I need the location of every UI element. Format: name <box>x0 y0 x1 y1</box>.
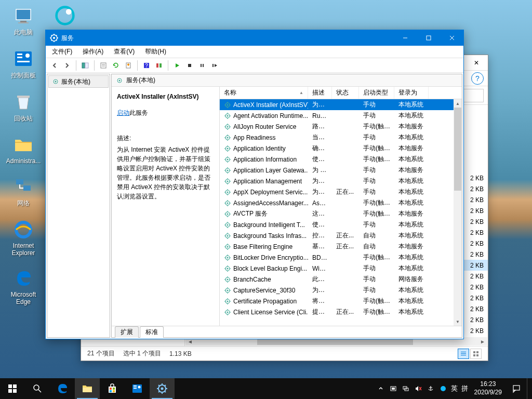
service-row[interactable]: App Readiness当用...手动本地系统 <box>220 132 454 143</box>
file-size: 2 KB <box>463 284 484 291</box>
help-button[interactable]: ? <box>141 60 152 71</box>
taskbar-edge[interactable] <box>50 378 75 399</box>
forward-button[interactable] <box>61 60 73 71</box>
column-status[interactable]: 状态 <box>332 87 359 99</box>
properties-button[interactable] <box>98 60 109 71</box>
icons-view-button[interactable] <box>470 349 482 359</box>
details-view-button[interactable] <box>458 349 469 359</box>
service-row[interactable]: Application Identity确定...手动(触发...本地服务 <box>220 143 454 154</box>
tray-security-icon[interactable] <box>387 378 400 399</box>
service-row[interactable]: Background Intelligent T...使用...手动本地系统 <box>220 219 454 230</box>
scrollbar-track[interactable] <box>454 108 462 317</box>
desktop-icon-edge[interactable]: Microsoft Edge <box>5 268 42 305</box>
scroll-left-arrow[interactable]: ◄ <box>185 339 195 344</box>
desktop-icons: 此电脑 控制面板 回收站 Administra... 网络 Internet E… <box>5 5 42 305</box>
menu-file[interactable]: 文件(F) <box>50 46 74 57</box>
menu-view[interactable]: 查看(V) <box>112 46 137 57</box>
tree-panel[interactable]: 服务(本地) <box>47 74 110 338</box>
cell-desc: 控制... <box>308 231 332 240</box>
export-button[interactable] <box>123 60 134 71</box>
pause-service-button[interactable] <box>196 60 208 71</box>
desktop-icon-ie[interactable]: Internet Explorer <box>5 219 42 257</box>
close-button[interactable] <box>440 30 463 46</box>
service-row[interactable]: AllJoyn Router Service路由...手动(触发...本地服务 <box>220 121 454 132</box>
column-name[interactable]: 名称▲ <box>220 87 308 99</box>
svg-point-13 <box>66 9 72 15</box>
start-link[interactable]: 启动 <box>117 109 129 116</box>
service-row[interactable]: BranchCache此服...手动网络服务 <box>220 274 454 285</box>
tree-item-services-local[interactable]: 服务(本地) <box>48 75 109 88</box>
service-row[interactable]: CaptureService_30f30为调...手动本地系统 <box>220 285 454 296</box>
cell-startup: 手动 <box>359 111 394 120</box>
menu-help[interactable]: 帮助(H) <box>143 46 168 57</box>
service-row[interactable]: Application Management为通...手动本地系统 <box>220 176 454 187</box>
cell-startup: 自动 <box>359 242 394 251</box>
column-logon[interactable]: 登录为 <box>394 87 429 99</box>
desktop-icon-recycle-bin[interactable]: 回收站 <box>5 91 42 123</box>
service-row[interactable]: AssignedAccessManager...Assi...手动(触发...本… <box>220 197 454 208</box>
action-button[interactable] <box>153 60 165 71</box>
maximize-button[interactable] <box>417 30 440 46</box>
taskbar-control-panel[interactable] <box>125 378 150 399</box>
services-titlebar[interactable]: 服务 <box>46 30 463 46</box>
service-row[interactable]: AVCTP 服务这是...手动(触发...本地服务 <box>220 208 454 219</box>
desktop-icon-browser[interactable] <box>47 5 83 26</box>
desktop-icon-control-panel[interactable]: 控制面板 <box>5 48 42 80</box>
column-desc[interactable]: 描述 <box>308 87 332 99</box>
svg-point-11 <box>16 222 31 237</box>
service-row[interactable]: ActiveX Installer (AxInstSV)为从 ...手动本地系统 <box>220 99 454 110</box>
svg-point-62 <box>227 180 229 182</box>
tray-volume-icon[interactable] <box>412 378 424 399</box>
desktop-icon-admin-folder[interactable]: Administra... <box>5 135 42 165</box>
service-row[interactable]: Agent Activation Runtime...Runt...手动本地系统 <box>220 110 454 121</box>
service-row[interactable]: Client License Service (Cli...提供...正在...… <box>220 307 454 317</box>
service-row[interactable]: AppX Deployment Servic...为部...正在...手动本地系… <box>220 187 454 197</box>
svg-rect-0 <box>16 9 31 20</box>
service-row[interactable]: Background Tasks Infras...控制...正在...自动本地… <box>220 230 454 241</box>
close-button[interactable]: ✕ <box>464 55 488 71</box>
tray-ime-icon[interactable] <box>424 378 437 399</box>
tab-extended[interactable]: 扩展 <box>115 326 139 338</box>
taskbar-store[interactable] <box>100 378 125 399</box>
scroll-down-arrow[interactable]: ▼ <box>454 317 462 326</box>
service-row[interactable]: Base Filtering Engine基本...正在...自动本地服务 <box>220 241 454 252</box>
cell-desc: 将用... <box>308 297 332 305</box>
tray-ime-lang[interactable]: 英 <box>449 378 460 399</box>
tray-network-icon[interactable] <box>400 378 412 399</box>
desktop-icon-network[interactable]: 网络 <box>5 176 42 208</box>
tray-ime-mode[interactable]: 拼 <box>460 378 470 399</box>
taskbar-explorer[interactable] <box>75 378 100 399</box>
tab-standard[interactable]: 标准 <box>140 326 164 338</box>
column-startup[interactable]: 启动类型 <box>359 87 394 99</box>
tray-app-icon[interactable] <box>437 378 449 399</box>
vertical-scrollbar[interactable]: ▲ ▼ <box>454 99 462 326</box>
service-row[interactable]: BitLocker Drive Encryptio...BDE...手动(触发.… <box>220 252 454 263</box>
service-row[interactable]: Application Layer Gatewa...为 In...手动本地服务 <box>220 165 454 176</box>
menu-action[interactable]: 操作(A) <box>81 46 105 57</box>
refresh-button[interactable] <box>110 60 122 71</box>
service-row[interactable]: Application Information使用...手动(触发...本地系统 <box>220 154 454 165</box>
services-window[interactable]: 服务 文件(F) 操作(A) 查看(V) 帮助(H) ? 服务(本地) <box>45 30 464 339</box>
tray-overflow[interactable] <box>375 378 387 399</box>
scroll-right-arrow[interactable]: ► <box>478 339 487 344</box>
desktop-icon-this-pc[interactable]: 此电脑 <box>5 5 42 37</box>
service-list[interactable]: ActiveX Installer (AxInstSV)为从 ...手动本地系统… <box>220 99 454 326</box>
stop-service-button[interactable] <box>184 60 195 71</box>
taskbar-services[interactable] <box>150 378 175 399</box>
minimize-button[interactable] <box>393 30 417 46</box>
service-row[interactable]: Certificate Propagation将用...手动(触发...本地系统 <box>220 296 454 307</box>
notifications-button[interactable] <box>506 378 527 399</box>
search-button[interactable] <box>25 378 50 399</box>
taskbar-clock[interactable]: 16:23 2020/9/29 <box>470 380 506 396</box>
restart-service-button[interactable] <box>209 60 220 71</box>
back-button[interactable] <box>49 60 60 71</box>
scroll-up-arrow[interactable]: ▲ <box>454 99 462 108</box>
service-row[interactable]: Block Level Backup Engi...Win...手动本地系统 <box>220 263 454 274</box>
show-hide-tree-button[interactable] <box>79 60 91 71</box>
help-button[interactable]: ? <box>471 72 484 85</box>
start-service-button[interactable] <box>171 60 183 71</box>
scrollbar-thumb[interactable] <box>454 108 461 191</box>
toolbar: ? <box>46 58 463 73</box>
show-desktop-button[interactable] <box>527 378 530 399</box>
start-button[interactable] <box>0 378 25 399</box>
